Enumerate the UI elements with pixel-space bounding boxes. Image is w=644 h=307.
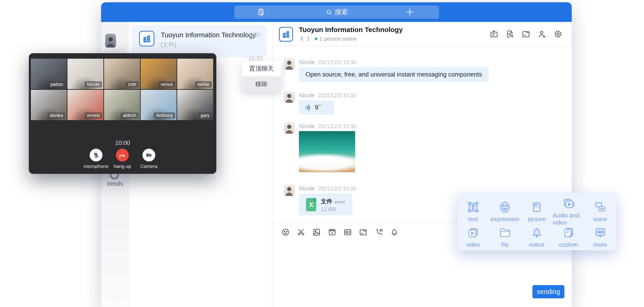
sender-name: Nicole <box>299 59 315 65</box>
avatar[interactable] <box>284 91 294 103</box>
participant-tile[interactable]: danika <box>31 90 67 120</box>
feature-label: video <box>466 241 480 248</box>
sender-name: Nicole <box>299 123 315 129</box>
search-placeholder: 搜索 <box>335 7 348 17</box>
message-time: 2021/12/3 10:33 <box>318 59 356 65</box>
participant-name: aldrich <box>120 112 138 119</box>
topbar: 搜索 <box>101 2 572 22</box>
conversation-time: 15:20 <box>246 31 260 38</box>
feature-more[interactable]: more <box>584 226 616 248</box>
participant-name: stellar <box>195 81 212 87</box>
file-attachment[interactable]: X 文件.excel 12.8M <box>299 194 352 215</box>
camera-toggle-button[interactable] <box>142 149 155 162</box>
voice-bubbles-icon <box>594 201 607 214</box>
feature-file[interactable]: file <box>489 226 521 248</box>
participant-grid: patton Nicole zole venus stellar danika … <box>31 59 214 120</box>
participant-tile[interactable]: aldrich <box>104 90 140 120</box>
group-files-icon[interactable] <box>522 29 530 39</box>
participant-tile[interactable]: Anthony <box>141 90 176 120</box>
participant-tile[interactable]: patton <box>31 59 67 89</box>
conversation-preview: [文件] <box>161 41 176 49</box>
feature-video[interactable]: video <box>457 226 489 248</box>
participant-name: ernest <box>84 112 102 119</box>
chat-history-search-icon[interactable] <box>506 29 514 39</box>
hang-up-icon <box>119 151 126 159</box>
voice-wave-icon <box>304 104 312 111</box>
message-text-content: Open source, free, and universal instant… <box>306 71 482 78</box>
feature-text[interactable]: text <box>457 197 489 226</box>
settings-gear-icon[interactable] <box>554 29 562 39</box>
feature-picture[interactable]: picture <box>521 197 552 226</box>
participant-tile[interactable]: zole <box>104 59 140 89</box>
send-video-icon[interactable] <box>328 228 337 237</box>
hang-up-button[interactable] <box>116 149 129 162</box>
participant-tile[interactable]: venus <box>141 59 176 89</box>
feature-voice[interactable]: voice <box>584 197 616 226</box>
feature-label: custom <box>559 241 578 248</box>
header-actions <box>490 29 562 39</box>
feature-notice[interactable]: notice <box>521 226 552 248</box>
excel-file-icon: X <box>306 198 316 211</box>
image-attachment[interactable] <box>299 131 355 172</box>
participant-name: Anthony <box>154 112 175 119</box>
file-ext: .excel <box>334 199 345 204</box>
plus-icon[interactable] <box>405 7 414 17</box>
feature-label: picture <box>528 216 546 223</box>
participant-tile[interactable]: gary <box>177 90 213 120</box>
member-count: 1 <box>307 36 310 42</box>
group-avatar <box>139 31 154 46</box>
feature-panel: text expression picture <box>457 193 616 250</box>
participant-tile[interactable]: ernest <box>68 90 103 120</box>
contact-card-icon[interactable] <box>343 228 352 237</box>
text-frame-icon <box>466 201 480 214</box>
notification-bell-icon[interactable] <box>390 228 399 237</box>
avatar[interactable] <box>284 122 294 134</box>
send-image-icon[interactable] <box>312 228 321 237</box>
participant-name: zole <box>126 81 138 87</box>
emoji-icon[interactable] <box>281 228 290 237</box>
trends-label[interactable]: trends <box>101 180 129 187</box>
feature-label: file <box>501 241 508 248</box>
add-member-icon[interactable] <box>538 29 546 39</box>
message-time: 2021/12/3 10:33 <box>318 92 356 98</box>
announcement-icon[interactable] <box>490 29 498 39</box>
my-avatar[interactable] <box>105 34 116 48</box>
feature-label: expression <box>490 216 519 223</box>
feature-audio-video[interactable]: Audio and video <box>552 197 584 226</box>
microphone-toggle-button[interactable] <box>90 149 102 162</box>
feature-expression[interactable]: expression <box>489 197 521 226</box>
file-name: 文件 <box>321 198 332 204</box>
conversation-item[interactable]: Tuoyun Information Technology [文件] 15:20 <box>132 25 267 57</box>
avatar[interactable] <box>284 185 294 196</box>
chat-subtitle: 1 1 person online <box>299 36 357 42</box>
feature-label: text <box>468 216 478 223</box>
menu-item-remove[interactable]: 移除 <box>242 76 281 92</box>
send-button[interactable]: sending <box>532 285 564 298</box>
feature-label: notice <box>529 241 544 248</box>
chat-main: Tuoyun Information Technology 1 1 person… <box>272 22 572 307</box>
custom-doc-pen-icon <box>562 226 575 239</box>
camera-label: Camera <box>130 164 167 169</box>
message-time: 2021/12/3 10:33 <box>318 186 356 192</box>
building-icon <box>282 30 290 39</box>
voice-duration: 9`` <box>315 104 322 111</box>
participant-tile[interactable]: stellar <box>177 59 213 89</box>
voice-bubble[interactable]: 9`` <box>299 100 334 115</box>
text-bubble[interactable]: Open source, free, and universal instant… <box>299 67 488 82</box>
search-bar[interactable]: 搜索 <box>234 5 439 19</box>
menu-item-pin[interactable]: 置顶聊天 <box>242 61 281 76</box>
feature-custom[interactable]: custom <box>552 226 584 248</box>
feature-label: more <box>594 241 607 248</box>
avatar[interactable] <box>284 58 294 70</box>
page: 搜索 trends <box>0 0 644 307</box>
participant-name: Nicole <box>84 81 102 87</box>
participant-tile[interactable]: Nicole <box>68 59 103 89</box>
group-avatar <box>279 27 293 41</box>
send-file-icon[interactable] <box>359 228 368 237</box>
screenshot-scissors-icon[interactable] <box>296 228 306 237</box>
chat-header: Tuoyun Information Technology 1 1 person… <box>272 22 572 46</box>
video-call-icon[interactable] <box>374 228 383 237</box>
notice-bell-icon <box>530 226 544 239</box>
members-icon <box>299 36 305 42</box>
mic-off-icon <box>92 152 100 159</box>
